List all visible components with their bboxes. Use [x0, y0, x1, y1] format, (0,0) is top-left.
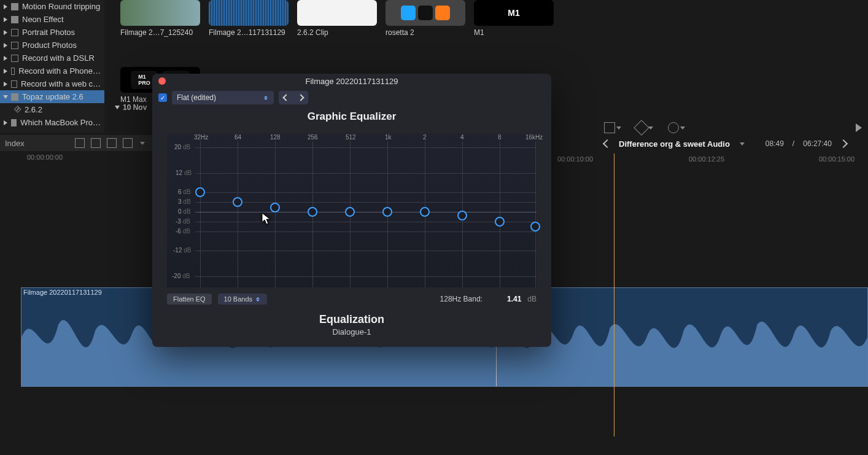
x-tick: 64: [234, 134, 241, 141]
close-icon[interactable]: [158, 77, 166, 85]
preset-next-button[interactable]: [293, 91, 308, 104]
layout-icon[interactable]: [91, 138, 101, 148]
eq-graph[interactable]: 32Hz 64 128 256 512 1k 2 4 8 16kHz 20 dB…: [167, 134, 537, 287]
star-icon[interactable]: [11, 3, 18, 10]
chevron-down-icon[interactable]: [140, 142, 145, 145]
chevron-down-icon[interactable]: [616, 126, 621, 130]
eq-band-2khz[interactable]: [420, 207, 430, 217]
clip-thumb[interactable]: Filmage 2…7_125240: [120, 0, 200, 44]
y-tick: -20: [172, 273, 180, 279]
eq-band-4khz[interactable]: [457, 211, 467, 220]
back-icon[interactable]: [603, 139, 611, 148]
disclosure-icon[interactable]: [4, 4, 7, 9]
y-tick: -3: [176, 218, 181, 225]
date-header[interactable]: 10 Nov: [115, 103, 147, 112]
index-button[interactable]: Index: [5, 139, 25, 148]
star-icon[interactable]: [11, 93, 18, 101]
clip-thumb[interactable]: M1 M1: [474, 0, 554, 44]
star-icon[interactable]: [11, 55, 18, 62]
playhead[interactable]: [614, 154, 614, 437]
sidebar-item-topaz[interactable]: Topaz update 2.6: [0, 90, 104, 103]
time-sep: /: [792, 139, 794, 148]
thumb-image: M1: [474, 0, 554, 26]
x-tick: 1k: [385, 134, 392, 141]
clip-thumb[interactable]: 2.6.2 Clip: [297, 0, 377, 44]
window-title: Filmage 20220117131129: [305, 77, 398, 86]
sidebar-item-motion[interactable]: Motion Round tripping: [0, 0, 104, 13]
star-icon[interactable]: [11, 68, 15, 75]
star-icon[interactable]: [11, 16, 18, 23]
forward-icon[interactable]: [839, 139, 848, 148]
sidebar-item-portrait[interactable]: Portrait Photos: [0, 26, 104, 39]
thumb-label: Filmage 2…7_125240: [120, 28, 200, 37]
sidebar-item-neon[interactable]: Neon Effect: [0, 13, 104, 26]
retime-tool-icon[interactable]: [668, 122, 679, 133]
disclosure-icon[interactable]: [4, 56, 7, 61]
bands-select[interactable]: 10 Bands: [218, 294, 267, 305]
layout-icon[interactable]: [107, 138, 117, 148]
eq-band-8khz[interactable]: [495, 217, 505, 227]
eq-titlebar[interactable]: Filmage 20220117131129: [152, 74, 551, 88]
eq-band-256hz[interactable]: [308, 207, 317, 217]
sidebar-item-dslr[interactable]: Record with a DSLR: [0, 52, 104, 64]
sidebar-item-label: Record with a web c…: [21, 79, 101, 88]
eq-enable-checkbox[interactable]: ✓: [158, 93, 167, 102]
eq-footer: Equalization Dialogue-1: [152, 313, 551, 336]
layout-icon[interactable]: [123, 138, 133, 148]
star-icon[interactable]: [11, 119, 17, 126]
clip-thumb[interactable]: Filmage 2…117131129: [209, 0, 289, 44]
eq-band-64hz[interactable]: [233, 197, 242, 207]
star-icon[interactable]: [11, 80, 17, 88]
chevron-down-icon[interactable]: [740, 142, 745, 146]
y-tick: 0: [178, 208, 182, 215]
inspector-subtitle: Dialogue-1: [152, 327, 551, 336]
eq-band-32hz[interactable]: [195, 187, 205, 197]
sidebar-item-macbook[interactable]: Which MacBook Pro…: [0, 116, 104, 129]
x-tick: 16kHz: [525, 134, 543, 141]
bands-label: 10 Bands: [224, 295, 252, 303]
select-arrows-icon: [256, 297, 261, 301]
chevron-down-icon[interactable]: [680, 126, 685, 130]
flatten-eq-button[interactable]: Flatten EQ: [167, 294, 212, 305]
disclosure-icon[interactable]: [115, 106, 120, 109]
time-current: 08:49: [765, 139, 784, 148]
sidebar-item-label: Portrait Photos: [22, 28, 75, 37]
disclosure-icon[interactable]: [4, 120, 7, 125]
preset-prev-button[interactable]: [279, 91, 293, 104]
eq-panel: Filmage 20220117131129 ✓ Flat (edited) G…: [152, 74, 551, 347]
eq-preset-select[interactable]: Flat (edited): [172, 91, 274, 104]
sidebar-item-label: Neon Effect: [22, 15, 64, 24]
inspector-title: Equalization: [152, 313, 551, 326]
sidebar-item-262[interactable]: ⚿2.6.2: [0, 103, 104, 116]
crop-tool-icon[interactable]: [604, 122, 615, 133]
sidebar-item-phone[interactable]: Record with a Phone…: [0, 64, 104, 77]
disclosure-icon[interactable]: [4, 17, 7, 22]
layout-icon[interactable]: [75, 138, 85, 148]
project-title[interactable]: Difference org & sweet Audio: [619, 139, 730, 149]
eq-band-512hz[interactable]: [345, 207, 355, 217]
clip-thumb[interactable]: rosetta 2: [386, 0, 465, 44]
sidebar-item-product[interactable]: Product Photos: [0, 39, 104, 52]
eq-band-16khz[interactable]: [530, 222, 540, 231]
band-readout-value[interactable]: 1.41: [507, 295, 521, 303]
star-icon[interactable]: [11, 42, 18, 49]
disclosure-icon[interactable]: [3, 95, 8, 99]
wand-tool-icon[interactable]: [634, 120, 649, 135]
x-tick: 512: [346, 134, 356, 141]
ruler-mark: 00:00:00:00: [27, 154, 63, 162]
thumb-image: [386, 0, 465, 26]
thumb-label: rosetta 2: [386, 28, 465, 37]
play-icon[interactable]: [856, 123, 862, 132]
eq-band-128hz[interactable]: [270, 203, 280, 212]
sidebar-item-webcam[interactable]: Record with a web c…: [0, 77, 104, 90]
eq-controls-row: Flatten EQ 10 Bands 128Hz Band: 1.41 dB: [152, 287, 551, 305]
star-icon[interactable]: [11, 29, 18, 36]
disclosure-icon[interactable]: [4, 69, 7, 74]
y-tick: 12: [176, 169, 182, 176]
y-tick: 3: [178, 198, 182, 205]
eq-band-1khz[interactable]: [382, 207, 392, 217]
disclosure-icon[interactable]: [4, 82, 7, 87]
disclosure-icon[interactable]: [4, 43, 7, 48]
disclosure-icon[interactable]: [4, 30, 7, 35]
thumb-image: [297, 0, 377, 26]
